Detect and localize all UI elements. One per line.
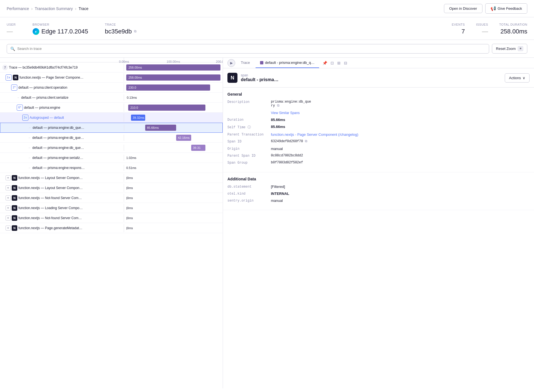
toggle-prisma-engine[interactable]: 6^ [17,105,23,111]
bar-label-prisma-client: 230.0 [128,86,136,89]
trace-row-loading[interactable]: + N function.nextjs — Loading Server Com… [0,203,223,213]
tree-cell-metadata: + N function.nextjs — Page.generateMetad… [0,224,124,232]
indent-arrow-1: → [17,96,20,99]
trace-row-nextjs-1[interactable]: 1∨ N function.nextjs — Page Server Compo… [0,72,223,83]
bar-autogrouped: 39.32ms [131,115,145,121]
span-id-copy-icon[interactable]: ⧉ [305,139,309,144]
trace-row-autogrouped[interactable]: 2∨ Autogrouped — default 39.32ms [0,113,223,123]
bar-cell-engine-serialize: 1.02ms [124,155,223,161]
plus-btn-layout-1[interactable]: + [6,175,11,180]
bar-label-notfound-1: |0ms [126,196,133,200]
trace-row-layout-1[interactable]: + N function.nextjs — Layout Server Comp… [0,173,223,183]
plus-btn-notfound-2[interactable]: + [6,216,11,221]
plus-btn-notfound-1[interactable]: + [6,195,11,200]
bar-cell-loading: |0ms [124,205,223,211]
trace-copy-icon[interactable]: ⧉ [134,29,139,34]
additional-data-title: Additional Data [227,177,530,181]
plus-btn-metadata[interactable]: + [6,226,11,231]
parent-transaction-value[interactable]: function.nextjs - Page Server Component … [271,132,530,137]
bar-cell-metadata: |0ms [124,225,223,231]
tree-cell-engine-response: → default — prisma:engine:respons… [0,165,124,171]
time-label-0ms: 0.00ms [119,60,129,63]
search-input-wrap[interactable]: 🔍 [7,44,489,54]
bar-cell-prisma-client: 230.0 [124,83,223,92]
play-button[interactable]: ▶ [227,59,235,67]
trace-row-dbque-1[interactable]: → default — prisma:engine:db_que… 85.66m… [0,123,223,133]
self-time-key: Self Time ⓘ [227,125,266,130]
search-input[interactable] [17,47,486,51]
toggle-nextjs-1[interactable]: 1∨ [6,74,12,81]
trace-row-dbque-2[interactable]: → default — prisma:engine:db_que… 42.16m… [0,133,223,143]
tree-column-header [0,58,124,62]
trace-row-engine-serialize[interactable]: → default — prisma:engine:serializ… 1.02… [0,153,223,163]
open-in-discover-button[interactable]: Open in Discover [444,4,482,13]
trace-row-dbque-3[interactable]: → default — prisma:engine:db_que… 39.31 [0,143,223,153]
tab-trace[interactable]: Trace [236,58,254,68]
metadata-span-name: function.nextjs — Page.generateMetadat… [18,226,122,230]
bar-cell-layout-1: |0ms [124,175,223,181]
description-value: prisma:engine:db_query ⧉ [271,100,530,108]
collapse-icon[interactable]: ⊟ [343,60,348,66]
toggle-prisma-client[interactable]: 2^ [11,84,17,91]
toggle-autogrouped[interactable]: 2∨ [22,115,28,121]
plus-btn-layout-2[interactable]: + [6,185,11,190]
trace-row-metadata[interactable]: + N function.nextjs — Page.generateMetad… [0,223,223,233]
tab-span[interactable]: default - prisma:engine:db_q… [256,58,319,68]
trace-row-prisma-engine[interactable]: 6^ default — prisma:engine 210.0 [0,103,223,113]
view-similar-link[interactable]: View Similar Spans [271,111,300,115]
autogrouped-span-name: Autogrouped — default [30,116,122,120]
issues-meta: Issues — [476,23,488,35]
bar-label-notfound-2: |0ms [126,216,133,220]
bar-cell-dbque-2: 42.16ms [124,134,223,142]
expand-panel-icon[interactable]: ⊡ [329,60,335,66]
self-time-value: 85.66ms [271,125,530,129]
tree-cell-notfound-2: + N function.nextjs — Not-found Server C… [0,214,124,222]
nextjs-icon-loading: N [12,205,17,211]
duration-key: Duration [227,118,266,122]
detail-tabs: ▶ Trace default - prisma:engine:db_q… 📌 … [223,58,534,68]
trace-value: bc35e9db ⧉ [105,28,139,35]
give-feedback-button[interactable]: 📢 Give Feedback [485,3,527,14]
trace-row-notfound-2[interactable]: + N function.nextjs — Not-found Server C… [0,213,223,223]
indent-arrow-3: → [28,136,31,139]
bar-label-engine-serialize: 1.02ms [126,156,136,159]
detail-row-self-time: Self Time ⓘ 85.66ms [227,125,530,130]
trace-row-layout-2[interactable]: + N function.nextjs — Layout Server Comp… [0,183,223,193]
trace-row-prisma-client[interactable]: 2^ default — prisma:client:operation 230… [0,83,223,93]
events-meta: Events 7 [452,23,465,35]
nextjs-icon-1: N [13,75,18,80]
expand-full-icon[interactable]: ⊞ [336,60,342,66]
dbque-3-span-name: default — prisma:engine:db_que… [32,146,122,150]
breadcrumb-transaction-summary[interactable]: Transaction Summary [35,6,73,11]
trace-row-prisma-serialize[interactable]: → default — prisma:client:serialize 0.13… [0,93,223,103]
nextjs-icon-metadata: N [12,225,17,231]
tree-cell-nextjs-1: 1∨ N function.nextjs — Page Server Compo… [0,73,124,82]
actions-button[interactable]: Actions ∨ [505,73,530,83]
bar-cell-notfound-2: |0ms [124,215,223,221]
tree-cell-layout-1: + N function.nextjs — Layout Server Comp… [0,174,124,182]
plus-btn-loading[interactable]: + [6,205,11,210]
pin-icon[interactable]: 📌 [321,60,328,66]
trace-label: Trace [105,23,139,26]
detail-row-span-id: Span ID 63249def0d268f70 ⧉ [227,139,530,144]
trace-row-root[interactable]: 7 Trace — bc35e9db469d41dfbcf74cf74fc3e7… [0,62,223,72]
time-label-100ms: 100.00ms [167,60,180,63]
detail-row-view-similar: View Similar Spans [227,111,530,115]
user-value: — [7,28,16,35]
top-bar: Performance › Transaction Summary › Trac… [0,0,534,17]
dbque-2-span-name: default — prisma:engine:db_que… [32,136,122,140]
bar-cell-prisma-serialize: 0.13ms [124,95,223,100]
additional-data-section: Additional Data db.statement [Filtered] … [223,172,534,210]
trace-row-engine-response[interactable]: → default — prisma:engine:respons… 0.51m… [0,163,223,173]
bar-root: 258.00ms [126,64,220,71]
span-nextjs-icon: N [227,73,237,83]
description-key: Description [227,100,266,104]
span-group-value: b0f7003d02f502ef [271,161,530,164]
indent-arrow-4: → [28,146,31,149]
description-copy-icon[interactable]: ⧉ [277,104,281,108]
breadcrumb-performance[interactable]: Performance [7,6,29,11]
breadcrumb-chevron-2: › [75,6,76,11]
trace-row-notfound-1[interactable]: + N function.nextjs — Not-found Server C… [0,193,223,203]
time-column-header: 0.00ms 100.00ms 200.00ms [124,58,223,62]
reset-zoom-button[interactable]: Reset Zoom ⌘ [492,44,527,54]
